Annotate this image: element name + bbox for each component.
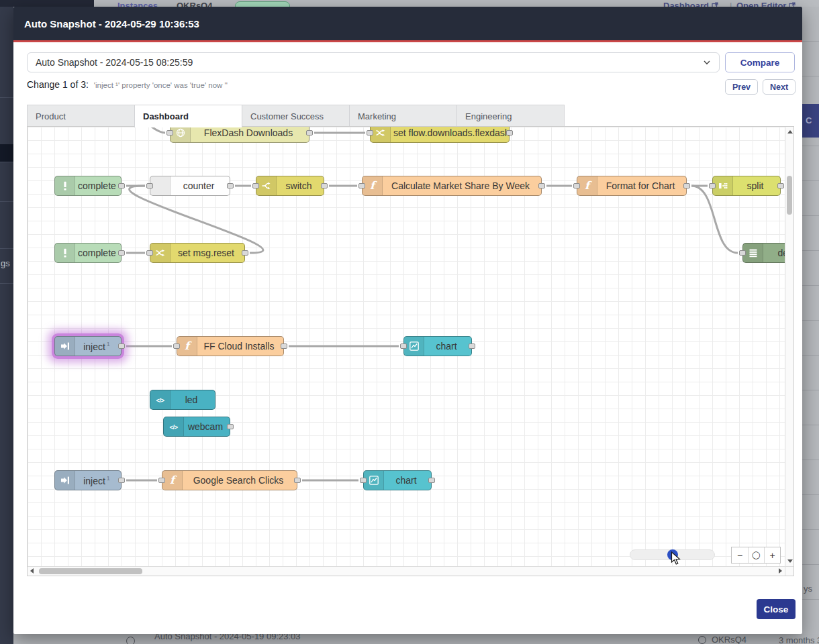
tab-dashboard[interactable]: Dashboard (134, 105, 242, 127)
flow-node-led[interactable]: </>led (150, 390, 215, 410)
compare-button-fragment[interactable]: C (802, 104, 819, 138)
input-port[interactable] (166, 130, 173, 136)
close-button[interactable]: Close (757, 599, 796, 619)
input-port[interactable] (367, 130, 373, 136)
snapshot-select[interactable]: Auto Snapshot - 2024-05-15 08:25:59 (27, 52, 720, 72)
input-port[interactable] (146, 183, 153, 189)
output-port[interactable] (538, 183, 545, 189)
output-port[interactable] (294, 478, 301, 483)
exclaim-icon (55, 176, 75, 195)
snapshot-compare-dialog: Auto Snapshot - 2024-05-29 10:36:53 Auto… (13, 7, 802, 634)
horizontal-scroll-thumb[interactable] (39, 568, 142, 574)
output-port[interactable] (242, 250, 248, 256)
input-port[interactable] (360, 478, 367, 483)
flow-node-complete-2[interactable]: complete (54, 243, 122, 263)
input-port[interactable] (158, 478, 165, 483)
background-right-column: C ys (802, 7, 819, 634)
chevron-down-icon (703, 58, 711, 66)
zoom-reset-button[interactable]: ◯ (748, 547, 764, 563)
flow-node-debug[interactable]: debug (742, 243, 785, 263)
input-port[interactable] (173, 343, 180, 349)
output-port[interactable] (469, 343, 475, 349)
output-port[interactable] (118, 183, 125, 189)
dialog-title: Auto Snapshot - 2024-05-29 10:36:53 (24, 18, 199, 30)
snapshot-row-title: Auto Snapshot - 2024-05-19 09:23:03 (154, 634, 301, 641)
dashboard-button[interactable]: Dashboard (663, 1, 718, 7)
output-port[interactable] (321, 183, 328, 189)
flow-node-set-flow-downloads-flexdash[interactable]: set flow.downloads.flexdash (370, 127, 510, 143)
output-port[interactable] (777, 183, 784, 189)
scrollbar-corner (785, 566, 793, 576)
chart-icon (364, 471, 384, 490)
scroll-right-arrow[interactable] (779, 568, 782, 574)
output-port[interactable] (683, 183, 690, 189)
output-port[interactable] (281, 343, 287, 349)
flow-node-google-search-clicks[interactable]: fGoogle Search Clicks (162, 470, 297, 490)
flow-node-inject-2[interactable]: inject1 (54, 470, 122, 490)
output-port[interactable] (227, 424, 234, 429)
change-counter-label: Change 1 of 3: (27, 79, 89, 90)
output-port[interactable] (118, 250, 125, 256)
sidebar-selected-item[interactable] (0, 144, 13, 162)
function-icon: f (162, 471, 183, 490)
dialog-header: Auto Snapshot - 2024-05-29 10:36:53 (13, 7, 802, 42)
flow-node-counter[interactable]: counter (150, 176, 230, 196)
zoom-in-button[interactable]: + (764, 547, 780, 563)
node-label: complete (75, 180, 122, 191)
flow-node-ff-cloud-installs[interactable]: fFF Cloud Installs (177, 336, 284, 356)
function-icon: f (577, 176, 597, 195)
scroll-down-arrow[interactable] (787, 559, 793, 563)
tab-customer-success[interactable]: Customer Success (242, 105, 350, 127)
vertical-scrollbar[interactable] (785, 127, 793, 566)
flow-node-set-msg-reset[interactable]: set msg.reset (150, 243, 245, 263)
inject-icon (55, 337, 75, 356)
input-port[interactable] (573, 183, 580, 189)
instance-status-badge (235, 1, 290, 7)
clock-icon (698, 636, 706, 644)
scroll-up-arrow[interactable] (787, 130, 793, 133)
flow-canvas[interactable]: − ◯ + FlexDash Downloadsset flow.downloa… (28, 127, 785, 566)
flow-node-flexdash-downloads[interactable]: FlexDash Downloads (170, 127, 309, 143)
input-port[interactable] (709, 183, 716, 189)
input-port[interactable] (739, 250, 746, 256)
prev-button[interactable]: Prev (725, 79, 758, 95)
input-port[interactable] (358, 183, 365, 189)
function-icon: f (363, 176, 383, 195)
horizontal-scrollbar[interactable] (28, 566, 785, 576)
node-label: Google Search Clicks (183, 475, 297, 486)
next-button[interactable]: Next (763, 79, 796, 95)
output-port[interactable] (506, 130, 513, 136)
vertical-scroll-thumb[interactable] (787, 176, 792, 215)
output-port[interactable] (428, 478, 435, 483)
flow-node-switch[interactable]: switch (256, 176, 324, 196)
zoom-out-button[interactable]: − (732, 547, 748, 563)
flow-node-inject-1[interactable]: inject1 (54, 336, 122, 356)
flow-node-format-for-chart[interactable]: fFormat for Chart (577, 176, 687, 196)
node-label: inject1 (75, 475, 121, 486)
flow-node-chart-1[interactable]: chart (403, 336, 472, 356)
output-port[interactable] (306, 130, 313, 136)
output-port[interactable] (118, 478, 125, 483)
tab-product[interactable]: Product (27, 105, 135, 127)
tab-marketing[interactable]: Marketing (349, 105, 457, 127)
flow-node-webcam[interactable]: </>webcam (163, 417, 230, 437)
input-port[interactable] (400, 343, 407, 349)
nav-instances-link[interactable]: Instances (117, 1, 158, 7)
input-port[interactable] (252, 183, 259, 189)
node-label: switch (277, 180, 324, 191)
node-label: inject1 (75, 341, 121, 352)
external-link-icon (789, 2, 796, 7)
flow-node-chart-2[interactable]: chart (363, 470, 432, 490)
open-editor-button[interactable]: Open Editor (736, 1, 796, 7)
flow-node-calc-market-share[interactable]: fCalculate Market Share By Week (362, 176, 542, 196)
output-port[interactable] (118, 343, 125, 349)
nav-separator: | (730, 1, 732, 7)
scroll-left-arrow[interactable] (30, 568, 34, 574)
output-port[interactable] (227, 183, 234, 189)
compare-button[interactable]: Compare (725, 52, 795, 72)
flow-node-split[interactable]: split (712, 176, 781, 196)
flow-node-complete-1[interactable]: complete (54, 176, 122, 196)
tab-engineering[interactable]: Engineering (456, 105, 565, 127)
input-port[interactable] (146, 250, 153, 256)
node-label: webcam (184, 421, 230, 432)
